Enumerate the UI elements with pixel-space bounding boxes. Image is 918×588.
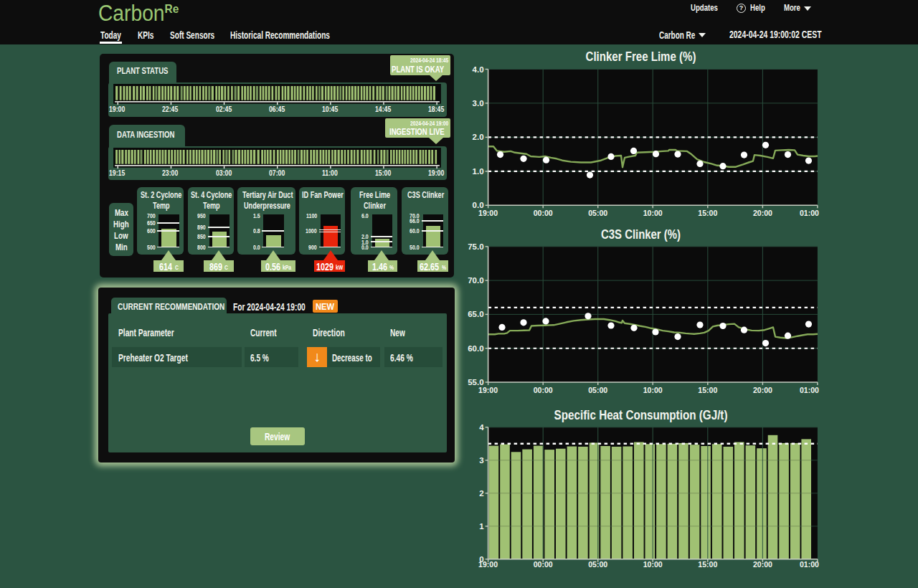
svg-text:20:00: 20:00 [753, 560, 772, 569]
svg-text:Specific Heat Consumption (GJ/: Specific Heat Consumption (GJ/t) [554, 408, 728, 422]
svg-text:19:00: 19:00 [478, 560, 498, 569]
svg-text:19:00: 19:00 [478, 209, 498, 217]
svg-text:05:00: 05:00 [588, 209, 607, 217]
svg-text:15:00: 15:00 [698, 209, 717, 217]
svg-text:15:00: 15:00 [698, 386, 717, 394]
svg-text:70.0: 70.0 [468, 276, 483, 285]
svg-text:05:00: 05:00 [588, 560, 607, 569]
svg-text:1.0: 1.0 [473, 167, 484, 176]
svg-text:20:00: 20:00 [753, 209, 772, 217]
svg-text:20:00: 20:00 [753, 386, 772, 394]
svg-text:2.0: 2.0 [473, 133, 484, 141]
svg-text:Clinker Free Lime (%): Clinker Free Lime (%) [586, 49, 696, 64]
svg-text:2: 2 [479, 489, 483, 498]
svg-text:19:00: 19:00 [478, 386, 498, 394]
svg-text:3.0: 3.0 [473, 99, 484, 108]
svg-text:00:00: 00:00 [534, 209, 553, 217]
svg-text:60.0: 60.0 [468, 344, 483, 353]
svg-text:01:00: 01:00 [800, 209, 819, 217]
svg-text:10:00: 10:00 [643, 386, 663, 394]
svg-text:00:00: 00:00 [534, 386, 553, 394]
svg-text:C3S Clinker (%): C3S Clinker (%) [601, 227, 681, 242]
svg-text:15:00: 15:00 [698, 560, 717, 569]
svg-text:01:00: 01:00 [800, 560, 819, 569]
svg-text:65.0: 65.0 [468, 310, 483, 318]
svg-text:4: 4 [479, 423, 484, 432]
svg-text:75.0: 75.0 [468, 242, 483, 251]
svg-text:05:00: 05:00 [588, 386, 607, 394]
svg-text:01:00: 01:00 [800, 386, 819, 394]
svg-text:1: 1 [479, 522, 484, 531]
svg-text:10:00: 10:00 [643, 209, 663, 217]
svg-text:10:00: 10:00 [643, 560, 663, 569]
svg-text:3: 3 [479, 456, 483, 465]
svg-text:4.0: 4.0 [473, 65, 484, 74]
svg-text:00:00: 00:00 [534, 560, 553, 569]
